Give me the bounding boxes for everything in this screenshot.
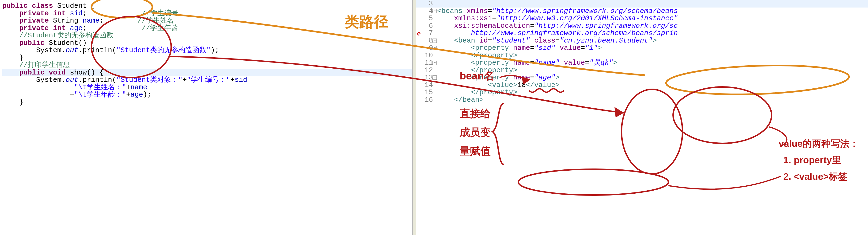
line-number: 6: [416, 22, 437, 30]
code-line: ⊘7 http://www.springframework.org/schema…: [416, 30, 868, 37]
line-number: 5: [416, 15, 437, 22]
line-number: 9−: [416, 45, 437, 52]
code-line: 14 <value>18</value>: [416, 82, 868, 89]
code-line: +"\t学生姓名："+name: [2, 84, 412, 92]
line-number: 3: [416, 0, 437, 7]
code-line: private int age; //学生年龄: [2, 25, 412, 32]
code-line: 10 </property>: [416, 52, 868, 59]
xml-editor[interactable]: 3 4−<beans xmlns="http://www.springframe…: [416, 0, 868, 235]
code-line: //Student类的无参构造函数: [2, 32, 412, 40]
fold-icon[interactable]: −: [432, 61, 437, 65]
code-line: public Student() {: [2, 40, 412, 47]
error-icon[interactable]: ⊘: [417, 31, 421, 37]
java-editor[interactable]: public class Student { private int sid; …: [0, 0, 413, 235]
editor-split: public class Student { private int sid; …: [0, 0, 868, 235]
code-line: 16 </bean>: [416, 96, 868, 104]
code-line: public class Student {: [2, 2, 412, 10]
line-number: ⊘7: [416, 30, 437, 37]
code-line: 15 </property>: [416, 89, 868, 96]
line-number: 15: [416, 89, 437, 96]
line-number: 11−: [416, 59, 437, 67]
pane-divider[interactable]: [413, 0, 416, 235]
fold-icon[interactable]: −: [432, 46, 437, 50]
code-line: 9− <property name="sid" value="1">: [416, 45, 868, 52]
code-line: 13− <property name="age">: [416, 74, 868, 82]
line-number: 16: [416, 96, 437, 104]
code-line: 4−<beans xmlns="http://www.springframewo…: [416, 7, 868, 15]
code-line: 6 xsi:schemaLocation="http://www.springf…: [416, 22, 868, 30]
code-line: 8− <bean id="student" class="cn.yznu.bea…: [416, 37, 868, 45]
code-line: 5 xmlns:xsi="http://www.w3.org/2001/XMLS…: [416, 15, 868, 22]
code-line: private int sid; //学生编号: [2, 10, 412, 18]
code-line: +"\t学生年龄："+age);: [2, 91, 412, 99]
code-line: 3: [416, 0, 868, 7]
code-line: System.out.println("Student类的无参构造函数");: [2, 47, 412, 54]
line-number: 14: [416, 82, 437, 89]
fold-icon[interactable]: −: [432, 38, 437, 43]
code-line: }: [2, 99, 412, 106]
code-line: private String name; //学生姓名: [2, 17, 412, 25]
fold-icon[interactable]: −: [432, 75, 437, 80]
code-line: //打印学生信息: [2, 61, 412, 69]
code-line: 11− <property name="name" value="吴qk">: [416, 59, 868, 67]
fold-icon[interactable]: −: [432, 9, 437, 13]
code-line: }: [2, 54, 412, 62]
line-number: 4−: [416, 7, 437, 15]
line-number: 10: [416, 52, 437, 59]
line-number: 13−: [416, 74, 437, 82]
code-line: System.out.println("Student类对象："+"学生编号："…: [2, 76, 412, 84]
line-number: 8−: [416, 37, 437, 45]
code-line: 12 </property>: [416, 67, 868, 74]
code-line: public void show() {: [2, 69, 412, 77]
line-number: 12: [416, 67, 437, 74]
